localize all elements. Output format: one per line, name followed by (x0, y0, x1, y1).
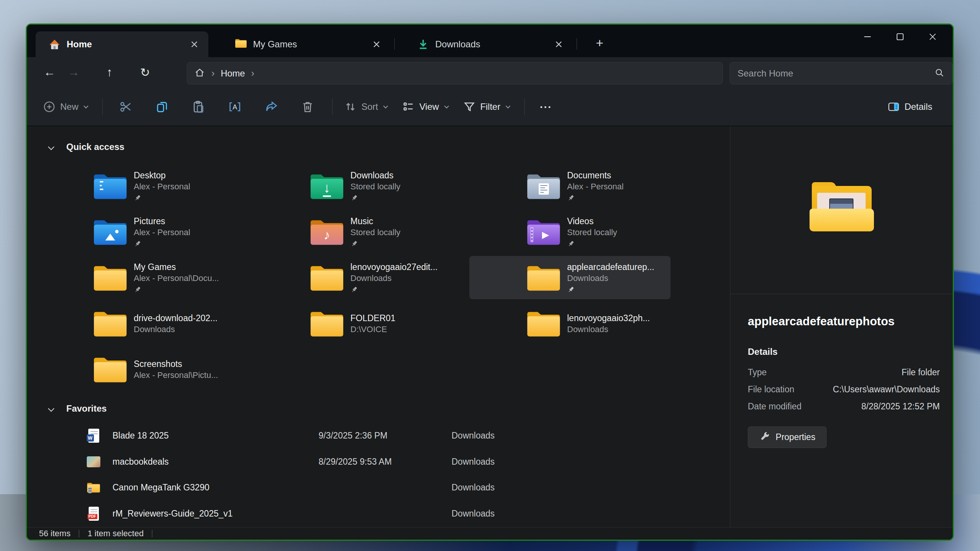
file-list-area: Quick access Desktop Alex - Personal ↓ D… (27, 126, 730, 527)
details-divider (730, 294, 953, 294)
chevron-down-icon (84, 104, 89, 109)
quick-access-item-drive-download[interactable]: drive-download-202... Downloads (36, 302, 237, 345)
folder-icon (93, 309, 128, 338)
breadcrumb-root[interactable]: Home (221, 68, 245, 79)
favorite-item-rm-reviewers-guide[interactable]: PDF rM_Reviewers-Guide_2025_v1 Downloads (36, 503, 604, 524)
quick-access-item-documents[interactable]: Documents Alex - Personal (469, 164, 670, 208)
details-title: applearcadefeaturephotos (748, 315, 895, 328)
quick-access-item-downloads[interactable]: ↓ Downloads Stored locally (253, 164, 454, 208)
chevron-down-icon (506, 104, 511, 109)
close-tab-icon[interactable] (370, 38, 383, 51)
close-tab-icon[interactable] (552, 38, 565, 51)
folder-icon (310, 309, 344, 338)
pin-icon (567, 240, 617, 248)
new-tab-button[interactable]: + (591, 35, 608, 51)
status-separator (152, 530, 152, 537)
quick-access-item-folder01[interactable]: FOLDER01 D:\VOICE (253, 302, 454, 345)
forward-button[interactable]: → (62, 62, 86, 83)
open-folder-preview-icon (810, 182, 876, 233)
toolbar-separator (102, 98, 103, 115)
tab-label: Home (67, 39, 92, 49)
pin-icon (350, 240, 401, 248)
desktop: { "window": { "tabs": [ { "label": "Home… (0, 0, 980, 551)
home-outline-icon (194, 67, 205, 80)
rename-button[interactable]: A (223, 95, 247, 119)
quick-access-item-videos[interactable]: ▶ Videos Stored locally (469, 210, 670, 253)
command-bar: New A Sort View (27, 87, 953, 126)
paste-button[interactable] (187, 95, 210, 119)
window-controls (851, 26, 949, 47)
favorite-item-canon-megatank[interactable]: Canon MegaTank G3290 Downloads (36, 476, 604, 499)
folder-icon (526, 263, 561, 292)
item-count: 56 items (39, 529, 70, 538)
toolbar-separator (332, 98, 332, 115)
navigation-bar: ← → ↑ ↻ › Home › (27, 57, 953, 87)
details-row-date-modified: Date modified 8/28/2025 12:52 PM (748, 402, 940, 413)
back-button[interactable]: ← (38, 62, 62, 83)
details-row-type: Type File folder (748, 367, 940, 379)
breadcrumb-chevron: › (251, 67, 255, 79)
selection-count: 1 item selected (88, 529, 143, 538)
sort-button[interactable]: Sort (344, 100, 387, 113)
section-quick-access[interactable]: Quick access (49, 141, 124, 152)
tab-label: My Games (253, 39, 297, 49)
quick-access-item-lenovoyogaaio32[interactable]: lenovoyogaaio32ph... Downloads (469, 302, 670, 345)
pin-icon (134, 240, 190, 248)
up-button[interactable]: ↑ (97, 62, 122, 83)
favorite-item-blade-18-2025[interactable]: W Blade 18 2025 9/3/2025 2:36 PM Downloa… (36, 424, 604, 446)
maximize-button[interactable] (884, 26, 916, 47)
search-box[interactable] (730, 62, 953, 84)
status-separator (79, 530, 79, 537)
cut-button[interactable] (114, 95, 137, 119)
tab-my-games[interactable]: My Games (216, 32, 391, 57)
quick-access-item-applearcadefeaturephotos[interactable]: applearcadefeaturep... Downloads (469, 256, 670, 299)
folder-icon (235, 38, 247, 50)
tab-home[interactable]: Home (36, 32, 208, 57)
tab-strip: Home My Games Downloads + (27, 25, 953, 57)
quick-access-item-my-games[interactable]: My Games Alex - Personal\Docu... (36, 256, 237, 299)
search-icon[interactable] (934, 67, 945, 79)
image-thumbnail-icon (87, 454, 100, 469)
folder-icon (310, 263, 344, 292)
quick-access-item-desktop[interactable]: Desktop Alex - Personal (36, 164, 237, 208)
tab-separator (395, 38, 395, 49)
close-tab-icon[interactable] (188, 38, 201, 51)
tab-downloads[interactable]: Downloads (398, 32, 573, 57)
view-button[interactable]: View (402, 100, 448, 113)
tab-separator (577, 38, 577, 49)
svg-text:A: A (232, 103, 237, 111)
toolbar-separator (524, 98, 525, 115)
share-button[interactable] (259, 95, 283, 119)
delete-button[interactable] (296, 95, 319, 119)
details-toggle-button[interactable]: Details (880, 95, 943, 119)
chevron-down-icon[interactable] (48, 406, 54, 412)
search-input[interactable] (738, 68, 934, 79)
minimize-button[interactable] (851, 26, 884, 47)
quick-access-item-music[interactable]: ♪ Music Stored locally (253, 210, 454, 253)
zip-folder-icon (87, 480, 100, 495)
details-row-file-location: File location C:\Users\awawr\Downloads (748, 384, 940, 396)
breadcrumb[interactable]: › Home › (187, 62, 723, 84)
new-button[interactable]: New (43, 100, 87, 113)
folder-downloads-icon: ↓ (310, 171, 344, 201)
favorite-item-macbookdeals[interactable]: macbookdeals 8/29/2025 9:53 AM Downloads (36, 451, 604, 473)
folder-icon (526, 309, 561, 338)
folder-desktop-icon (93, 171, 128, 201)
download-icon (417, 38, 429, 50)
quick-access-item-screenshots[interactable]: Screenshots Alex - Personal\Pictu... (36, 348, 237, 391)
close-button[interactable] (916, 26, 949, 47)
folder-pictures-icon (93, 217, 128, 246)
filter-button[interactable]: Filter (463, 100, 509, 113)
copy-button[interactable] (150, 95, 174, 119)
pin-icon (567, 286, 654, 294)
section-favorites[interactable]: Favorites (49, 403, 107, 414)
refresh-button[interactable]: ↻ (133, 62, 157, 83)
chevron-down-icon (383, 104, 388, 109)
quick-access-item-lenovoyogaaio27[interactable]: lenovoyogaaio27edit... Downloads (253, 256, 454, 299)
pin-icon (134, 194, 190, 203)
chevron-down-icon[interactable] (48, 144, 54, 150)
properties-button[interactable]: Properties (748, 426, 827, 448)
home-icon (48, 38, 60, 50)
more-options-button[interactable]: ... (536, 98, 556, 115)
quick-access-item-pictures[interactable]: Pictures Alex - Personal (36, 210, 237, 253)
